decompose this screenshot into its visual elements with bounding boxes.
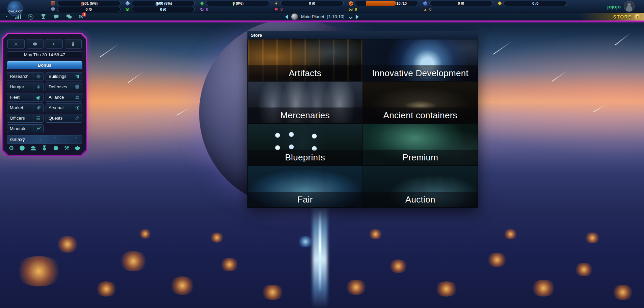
sidebar: ⚔ ◐ May Thu 30 14:58:47 Bonus Research [2, 33, 87, 156]
energy-icon [274, 1, 279, 6]
atom-icon [33, 72, 43, 81]
lifebuoy-icon[interactable] [53, 145, 59, 151]
menu-fleet[interactable]: Fleet ◉ [7, 93, 44, 102]
next-planet-button[interactable] [356, 14, 359, 19]
spy-eye-icon[interactable] [27, 39, 44, 49]
energy-field: 0 /0 [280, 1, 344, 6]
rank-icon[interactable]: ★ [28, 14, 33, 20]
player-info: jojojo [607, 1, 635, 12]
city-lights [297, 236, 314, 247]
menu-quests[interactable]: Quests [46, 114, 82, 123]
artifact-value: 0 [429, 7, 432, 12]
metal-icon [51, 1, 55, 6]
game-logo: GALAXY [7, 1, 23, 16]
city-lights [95, 281, 118, 297]
store-tile-fair[interactable]: Fair [247, 165, 363, 208]
city-lights [344, 280, 368, 295]
info-icon[interactable] [19, 145, 25, 151]
menu-buildings[interactable]: Buildings [46, 72, 82, 81]
workers-field: 10 /10 [355, 1, 418, 6]
alliance-people-icon [72, 93, 82, 101]
city-lights [14, 256, 64, 286]
city-lights [584, 233, 601, 243]
deuterium-icon [199, 1, 204, 6]
menu-arsenal[interactable]: Arsenal [46, 103, 82, 112]
menu-defenses[interactable]: Defenses [46, 83, 82, 91]
store-button[interactable]: STORE ★ [580, 13, 644, 21]
store-tile-ancient-containers[interactable]: Ancient containers [363, 81, 478, 123]
forum-icon[interactable] [66, 14, 72, 20]
mail-icon[interactable]: ✉ 1 [79, 14, 83, 20]
menu-alliance[interactable]: Alliance [46, 93, 82, 102]
city-lights [434, 281, 459, 297]
store-tile-blueprints[interactable]: Blueprints [247, 123, 363, 165]
power-icon[interactable] [75, 145, 80, 151]
radiation-field: 0 /0 [132, 7, 195, 12]
resource-workers: 10 /10 ⋈ 0 [348, 1, 418, 12]
main-toolbar: ◔ ★ ✉ 1 Main Planet [1:10:10] [0, 13, 644, 21]
flashlight-icon[interactable] [65, 39, 82, 49]
molecule-icon [33, 125, 43, 133]
menu-officers[interactable]: Officers ☰ [7, 114, 44, 123]
city-lights [611, 285, 635, 300]
server-datetime: May Thu 30 14:58:47 [7, 51, 82, 58]
chat-icon[interactable] [53, 14, 59, 20]
store-tile-artifacts[interactable]: Artifacts [247, 39, 363, 81]
trophy-icon[interactable] [41, 14, 46, 20]
flag-icon: ⚑ [274, 7, 279, 12]
prev-planet-button[interactable] [285, 14, 288, 19]
resource-metal: 501 (5%) 0 /0 [51, 1, 120, 12]
city-lights [486, 253, 508, 267]
sidebar-menu: Research Buildings Hangar [7, 72, 82, 133]
shield-field: 0 /0 [57, 7, 120, 12]
planet-navigator: Main Planet [1:10:10] [285, 13, 359, 21]
antimatter-icon: ↻ [199, 7, 204, 12]
sun-burst-icon [72, 104, 82, 112]
population-icon [423, 1, 428, 6]
menu-research[interactable]: Research [7, 72, 44, 81]
bonus-button[interactable]: Bonus [7, 61, 82, 69]
medal-ribbon-icon[interactable] [42, 145, 47, 151]
city-lights [368, 229, 383, 239]
flag-value: 0 [280, 7, 283, 12]
planet-coords: [1:10:10] [327, 14, 345, 19]
overview-pie-icon[interactable]: ◔ [5, 14, 8, 19]
store-tiles-grid: Artifacts Innovative Development Mercena… [247, 39, 478, 208]
resource-deuterium: 0 (0%) ↻ 0 [199, 1, 269, 12]
rocket-icon [33, 83, 43, 91]
deuterium-field: 0 (0%) [206, 1, 269, 6]
player-avatar[interactable] [624, 1, 635, 12]
resource-population: 0 /0 ▲ 0 [423, 1, 493, 12]
tools-icon[interactable]: ⚒ [64, 145, 69, 151]
attack-sword-icon[interactable]: ⚔ [7, 39, 25, 49]
store-tile-mercenaries[interactable]: Mercenaries [247, 81, 363, 123]
store-tile-innovative-development[interactable]: Innovative Development [363, 39, 478, 81]
store-modal-title: Store [251, 33, 262, 38]
phase-moon-icon[interactable]: ◐ [46, 39, 63, 49]
store-tile-auction[interactable]: Auction [363, 165, 478, 208]
menu-hangar[interactable]: Hangar [7, 83, 44, 91]
city-lights [574, 263, 594, 276]
settings-gear-icon[interactable]: ⚙ [9, 145, 14, 151]
menu-minerals[interactable]: Minerals [7, 124, 44, 133]
city-lights [56, 236, 79, 253]
tag-icon [33, 104, 43, 112]
planet-dropdown-chevron-icon[interactable] [349, 15, 352, 19]
sidebar-footer-icons: ⚙ ⚒ [7, 144, 82, 152]
community-group-icon[interactable] [30, 145, 36, 151]
store-modal-header: Store [247, 31, 478, 39]
store-medal-icon: ★ [635, 14, 641, 20]
city-lights [169, 276, 196, 295]
population-field: 0 /0 [429, 1, 493, 6]
defense-shield-icon [72, 83, 82, 91]
menu-market[interactable]: Market [7, 103, 44, 112]
city-lights [503, 229, 518, 239]
artifact-icon: ▲ [423, 7, 428, 12]
store-tile-premium[interactable]: Premium [363, 123, 478, 165]
workers-icon [348, 1, 353, 6]
menu-galaxy[interactable]: Galaxy [7, 135, 82, 144]
planet-name: Main Planet [301, 14, 324, 19]
city-lights [209, 233, 224, 243]
city-lights [388, 259, 408, 273]
credits-icon [497, 1, 502, 6]
